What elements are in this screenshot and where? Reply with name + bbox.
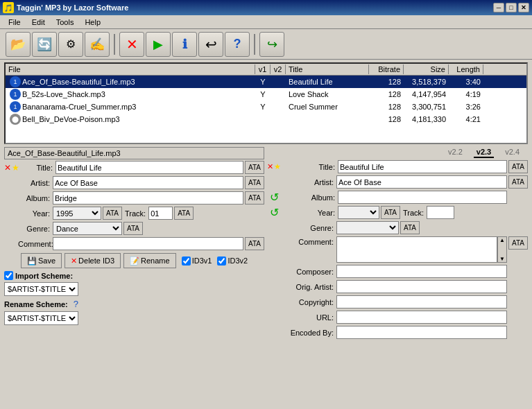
right-genre-ata-button[interactable]: ATA bbox=[400, 221, 420, 234]
menu-edit[interactable]: Edit bbox=[26, 17, 51, 28]
rename-help-icon[interactable]: ? bbox=[74, 299, 78, 309]
save-icon: 💾 bbox=[27, 256, 37, 266]
right-artist-input[interactable] bbox=[336, 175, 507, 189]
right-comment-textarea[interactable] bbox=[336, 236, 497, 263]
right-track-input[interactable] bbox=[427, 206, 454, 219]
title-cell: Cruel Summer bbox=[286, 103, 369, 111]
id3v1-text: ID3v1 bbox=[192, 256, 212, 265]
left-panel: Ace_Of_Base-Beautiful_Life.mp3 ✕ ★ Title… bbox=[4, 147, 264, 341]
info-button[interactable]: ℹ bbox=[172, 32, 197, 57]
version-tabs: v2.2 v2.3 v2.4 bbox=[267, 147, 528, 158]
id3v1-checkbox[interactable] bbox=[182, 256, 191, 266]
right-orig-artist-input[interactable] bbox=[336, 280, 507, 293]
rename-scheme-select[interactable]: $ARTIST-$TITLE bbox=[4, 311, 78, 325]
action-buttons-row: 💾 Save ✕ Delete ID3 📝 Rename ID3v1 ID3v2 bbox=[4, 253, 264, 268]
import-scheme-select[interactable]: $ARTIST-$TITLE bbox=[4, 282, 78, 296]
stop-button[interactable]: ✕ bbox=[119, 32, 144, 57]
right-year-select[interactable] bbox=[338, 206, 379, 219]
title-bar: 🎵 Taggin' MP3 by Lazor Software ─ □ ✕ bbox=[0, 0, 532, 15]
right-album-input[interactable] bbox=[338, 191, 507, 204]
file-list-header: File v1 v2 Title Bitrate Size Length bbox=[6, 64, 526, 76]
title-input[interactable] bbox=[55, 161, 243, 174]
right-genre-select[interactable] bbox=[336, 221, 399, 234]
import-scheme-row: Import Scheme: bbox=[4, 271, 264, 280]
file-list: File v1 v2 Title Bitrate Size Length 1 A… bbox=[4, 62, 528, 144]
id3v1-label[interactable]: ID3v1 bbox=[182, 256, 212, 266]
menu-file[interactable]: File bbox=[3, 17, 26, 28]
col-header-length[interactable]: Length bbox=[449, 64, 483, 74]
year-select[interactable]: 1995 bbox=[53, 207, 101, 220]
title-ata-button[interactable]: ATA bbox=[245, 161, 264, 174]
close-button[interactable]: ✕ bbox=[518, 3, 529, 12]
length-cell: 4:21 bbox=[449, 115, 483, 123]
comment-scrollbar[interactable]: ▲ ▼ bbox=[497, 236, 507, 263]
table-row[interactable]: ⬤ Bell_Biv_DeVoe-Poison.mp3 128 4,181,33… bbox=[6, 113, 526, 125]
title-star-icon[interactable]: ★ bbox=[12, 163, 19, 173]
maximize-button[interactable]: □ bbox=[506, 3, 517, 12]
file-num-icon: ⬤ bbox=[10, 114, 21, 125]
help-button[interactable]: ? bbox=[225, 32, 250, 57]
menu-tools[interactable]: Tools bbox=[51, 17, 80, 28]
rename-button[interactable]: 📝 Rename bbox=[123, 253, 176, 268]
col-header-bitrate[interactable]: Bitrate bbox=[369, 64, 404, 74]
right-artist-ata-button[interactable]: ATA bbox=[508, 175, 528, 189]
right-copyright-input[interactable] bbox=[336, 295, 507, 308]
right-encoded-by-input[interactable] bbox=[336, 326, 507, 339]
bitrate-cell: 128 bbox=[369, 115, 404, 123]
right-album-row: ↺ Album: ATA bbox=[267, 191, 528, 204]
track-input[interactable] bbox=[148, 207, 173, 220]
menu-bar: File Edit Tools Help bbox=[0, 15, 532, 29]
tab-v23[interactable]: v2.3 bbox=[474, 147, 494, 158]
size-cell: 3,300,751 bbox=[404, 103, 449, 111]
exit-button[interactable]: ↪ bbox=[259, 32, 284, 57]
col-header-v1[interactable]: v1 bbox=[255, 64, 271, 74]
title-x-icon[interactable]: ✕ bbox=[4, 163, 11, 173]
open-folder-button[interactable]: 📂 bbox=[6, 32, 31, 57]
settings-button[interactable]: ⚙ bbox=[58, 32, 83, 57]
track-ata-button[interactable]: ATA bbox=[174, 207, 194, 220]
id3v2-checkbox[interactable] bbox=[217, 256, 226, 266]
menu-help[interactable]: Help bbox=[79, 17, 106, 28]
right-album-arrow-icon[interactable]: ↺ bbox=[267, 191, 281, 204]
rename-scheme-label: Rename Scheme: bbox=[4, 300, 68, 308]
right-composer-input[interactable] bbox=[336, 265, 507, 278]
tab-v24[interactable]: v2.4 bbox=[502, 147, 522, 158]
artist-ata-button[interactable]: ATA bbox=[245, 176, 264, 189]
right-title-ata-button[interactable]: ATA bbox=[508, 160, 528, 173]
right-url-input[interactable] bbox=[336, 311, 507, 324]
tab-v22[interactable]: v2.2 bbox=[445, 147, 465, 158]
right-title-input[interactable] bbox=[338, 160, 507, 173]
album-input[interactable] bbox=[53, 191, 243, 204]
id3v2-label[interactable]: ID3v2 bbox=[217, 256, 248, 266]
right-year-ata-button[interactable]: ATA bbox=[381, 206, 400, 219]
undo-button[interactable]: ↩ bbox=[198, 32, 223, 57]
year-ata-button[interactable]: ATA bbox=[103, 207, 122, 220]
table-row[interactable]: 1 Bananarama-Cruel_Summer.mp3 Y Cruel Su… bbox=[6, 101, 526, 113]
col-header-v2[interactable]: v2 bbox=[271, 64, 286, 74]
col-header-size[interactable]: Size bbox=[404, 64, 449, 74]
artist-input[interactable] bbox=[53, 176, 243, 189]
right-title-star-icon[interactable]: ★ bbox=[274, 162, 281, 171]
genre-select[interactable]: Dance bbox=[53, 222, 122, 235]
import-scheme-checkbox[interactable] bbox=[4, 271, 13, 280]
col-header-file[interactable]: File bbox=[6, 64, 255, 74]
genre-ata-button[interactable]: ATA bbox=[123, 222, 143, 235]
length-cell: 4:19 bbox=[449, 90, 483, 98]
comment-ata-button[interactable]: ATA bbox=[245, 237, 264, 250]
refresh-button[interactable]: 🔄 bbox=[32, 32, 57, 57]
right-comment-ata-button[interactable]: ATA bbox=[508, 236, 528, 250]
album-ata-button[interactable]: ATA bbox=[245, 191, 264, 204]
write-button[interactable]: ✍ bbox=[85, 32, 110, 57]
size-cell: 3,518,379 bbox=[404, 78, 449, 86]
comment-input[interactable] bbox=[53, 237, 243, 250]
col-header-title[interactable]: Title bbox=[286, 64, 369, 74]
delete-id3-button[interactable]: ✕ Delete ID3 bbox=[65, 253, 121, 268]
length-cell: 3:26 bbox=[449, 103, 483, 111]
minimize-button[interactable]: ─ bbox=[493, 3, 504, 12]
right-year-arrow-icon[interactable]: ↺ bbox=[267, 206, 281, 219]
right-title-x-icon[interactable]: ✕ bbox=[267, 162, 273, 171]
save-button[interactable]: 💾 Save bbox=[21, 253, 62, 268]
play-button[interactable]: ▶ bbox=[146, 32, 171, 57]
table-row[interactable]: 1 Ace_Of_Base-Beautiful_Life.mp3 Y Beaut… bbox=[6, 76, 526, 88]
table-row[interactable]: 1 B_52s-Love_Shack.mp3 Y Love Shack 128 … bbox=[6, 88, 526, 101]
